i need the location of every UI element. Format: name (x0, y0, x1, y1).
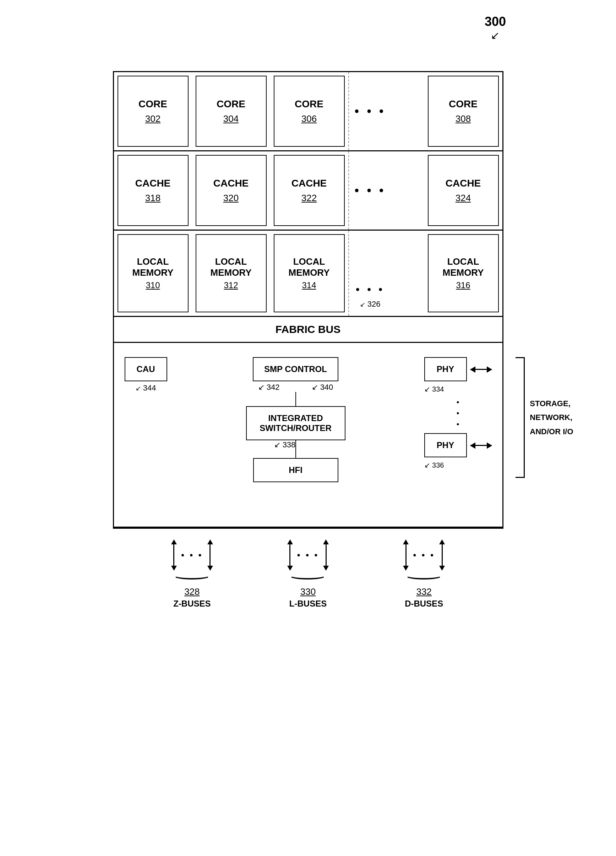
integrated-switch-box: INTEGRATEDSWITCH/ROUTER (246, 406, 346, 440)
cache-320: CACHE 320 (196, 155, 267, 226)
lower-section: CAU ↙ 344 SMP CONTROL ↙ 34 (114, 343, 502, 528)
connector-switch-hfi: ↙ 338 (295, 440, 296, 458)
caches-left-group: CACHE 318 CACHE 320 CACHE 322 (114, 151, 349, 229)
cores-row: CORE 302 CORE 304 CORE 306 • • • CORE 30… (114, 72, 502, 151)
cores-right-group: CORE 308 (424, 72, 502, 150)
localmem-314: LOCALMEMORY 314 (274, 234, 345, 313)
caches-dots: • • • (349, 151, 392, 229)
phy-group: PHY ↙ 334 ••• PHY (424, 357, 492, 519)
smp-control-group: SMP CONTROL ↙ 342 ↙ 340 (253, 357, 338, 392)
hfi-box: HFI (253, 458, 338, 482)
middle-group: SMP CONTROL ↙ 342 ↙ 340 INTEGRATEDSWITCH… (178, 357, 414, 519)
storage-text: STORAGE,NETWORK,AND/OR I/O (530, 397, 573, 439)
zbuses-group: • • • ⌣ 328 Z-BUSES (149, 539, 235, 609)
localmem-row: LOCALMEMORY 310 LOCALMEMORY 312 LOCALMEM… (114, 231, 502, 317)
localmem-310: LOCALMEMORY 310 (118, 234, 189, 313)
integrated-switch-group: INTEGRATEDSWITCH/ROUTER (246, 406, 346, 440)
localmem-left-group: LOCALMEMORY 310 LOCALMEMORY 312 LOCALMEM… (114, 231, 349, 316)
core-308: CORE 308 (428, 76, 499, 147)
dbuses-brace: ⌣ (404, 572, 444, 580)
figure-label: 300 ↙ (485, 14, 506, 42)
lbuses-group: • • • ⌣ 330 L-BUSES (265, 539, 350, 609)
dbuses-group: • • • ⌣ 332 D-BUSES (381, 539, 467, 609)
connector-smp-switch (295, 392, 296, 406)
cores-dots: • • • (349, 72, 392, 150)
fabric-bus: FABRIC BUS (114, 317, 502, 343)
cores-left-group: CORE 302 CORE 304 CORE 306 (114, 72, 349, 150)
cache-324: CACHE 324 (428, 155, 499, 226)
localmem-dots-area: • • • ↙ 326 (349, 231, 392, 316)
cache-row: CACHE 318 CACHE 320 CACHE 322 • • • CACH… (114, 151, 502, 231)
localmem-right-group: LOCALMEMORY 316 (424, 231, 502, 316)
cache-322: CACHE 322 (274, 155, 345, 226)
cau-box: CAU (124, 357, 167, 381)
core-302: CORE 302 (118, 76, 189, 147)
zbuses-brace: ⌣ (172, 572, 212, 580)
cache-318: CACHE 318 (118, 155, 189, 226)
phy-336-row: PHY (424, 433, 492, 457)
core-306: CORE 306 (274, 76, 345, 147)
main-diagram: CORE 302 CORE 304 CORE 306 • • • CORE 30… (113, 71, 504, 529)
storage-label-group: STORAGE,NETWORK,AND/OR I/O (516, 357, 573, 478)
lbuses-brace: ⌣ (288, 572, 328, 580)
dbuses-arrow-up-2 (439, 539, 445, 544)
smp-control-box: SMP CONTROL (253, 357, 338, 381)
lbuses-arrow-up-2 (323, 539, 329, 544)
localmem-312: LOCALMEMORY 312 (196, 234, 267, 313)
phy-334-row: PHY (424, 357, 492, 381)
localmem-316: LOCALMEMORY 316 (428, 234, 499, 313)
bus-section: • • • ⌣ 328 Z-BUSES • • • (113, 529, 504, 616)
page: 300 ↙ CORE 302 CORE 304 CORE 306 (0, 0, 616, 856)
lbuses-arrow-up-1 (287, 539, 293, 544)
zbuses-arrow-up-2 (207, 539, 213, 544)
phy-334-box: PHY (424, 357, 467, 381)
core-304: CORE 304 (196, 76, 267, 147)
phy-336-arrow (470, 445, 492, 446)
storage-bracket (516, 357, 525, 478)
phy-334-arrow (470, 369, 492, 370)
phy-336-box: PHY (424, 433, 467, 457)
cau-group: CAU ↙ 344 (124, 357, 167, 519)
hfi-group: HFI (253, 458, 338, 482)
caches-right-group: CACHE 324 (424, 151, 502, 229)
zbuses-arrow-up-1 (171, 539, 177, 544)
phy-vertical-dots: ••• (456, 397, 459, 430)
dbuses-arrow-up-1 (403, 539, 409, 544)
